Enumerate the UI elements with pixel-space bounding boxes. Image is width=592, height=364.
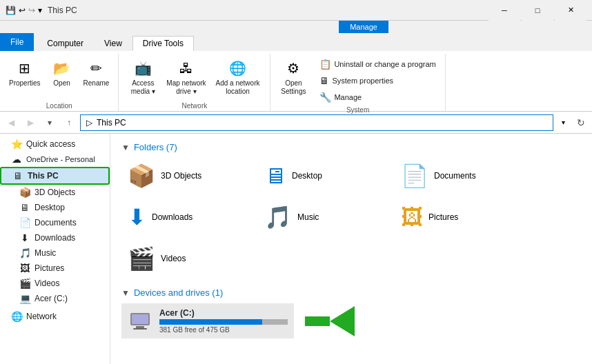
devices-collapse-icon[interactable]: ▼	[121, 288, 130, 298]
videos-icon: 🎬	[19, 278, 30, 289]
refresh-button[interactable]: ↻	[573, 114, 589, 131]
close-button[interactable]: ✕	[555, 0, 586, 21]
sidebar-item-3d-objects[interactable]: 📦 3D Objects	[0, 185, 110, 200]
sidebar-item-acer-c[interactable]: 💻 Acer (C:)	[0, 291, 110, 306]
sidebar-documents-label: Documents	[34, 218, 77, 228]
ribbon-network-items: 📺 Accessmedia ▾ 🖧 Map networkdrive ▾ 🌐 A…	[126, 54, 263, 102]
ribbon-system-items: ⚙ OpenSettings 📋 Uninstall or change a p…	[276, 54, 439, 106]
manage-icon: 🔧	[319, 92, 331, 103]
tab-view[interactable]: View	[94, 36, 132, 51]
drive-item-acer-c[interactable]: Acer (C:) 381 GB free of 475 GB	[121, 303, 294, 338]
add-network-location-button[interactable]: 🌐 Add a networklocation	[213, 55, 264, 98]
3d-objects-icon: 📦	[19, 187, 30, 198]
drive-bar	[159, 319, 262, 325]
tab-drive-tools[interactable]: Drive Tools	[132, 36, 194, 51]
sidebar-music-label: Music	[34, 248, 56, 258]
sidebar-onedrive-label: OneDrive - Personal	[26, 155, 95, 163]
sidebar-downloads-label: Downloads	[34, 233, 75, 243]
tab-file[interactable]: File	[0, 33, 34, 51]
forward-button[interactable]: ▶	[22, 114, 39, 131]
drive-bar-container	[159, 319, 288, 325]
recent-locations-button[interactable]: ▾	[41, 114, 58, 131]
uninstall-label: Uninstall or change a program	[334, 60, 435, 68]
folder-item-videos[interactable]: 🎬 Videos	[121, 241, 253, 276]
folders-collapse-icon[interactable]: ▼	[121, 143, 130, 152]
folder-downloads-name: Downloads	[152, 212, 193, 222]
sidebar-item-videos[interactable]: 🎬 Videos	[0, 276, 110, 291]
sidebar-this-pc-label: This PC	[28, 171, 59, 181]
sidebar-item-downloads[interactable]: ⬇ Downloads	[0, 230, 110, 245]
manage-tab-header: Manage	[339, 21, 388, 33]
folder-desktop-name: Desktop	[292, 171, 322, 181]
drive-size: 381 GB free of 475 GB	[159, 326, 288, 334]
sidebar-item-quick-access[interactable]: ⭐ Quick access	[0, 136, 110, 152]
map-network-drive-button[interactable]: 🖧 Map networkdrive ▾	[163, 55, 209, 98]
ribbon-tabs: File Computer View Drive Tools	[0, 33, 592, 51]
ribbon-location-items: ⊞ Properties 📂 Open ✏ Rename	[6, 54, 112, 102]
rename-label: Rename	[83, 79, 110, 88]
back-button[interactable]: ◀	[3, 114, 19, 131]
manage-button[interactable]: 🔧 Manage	[316, 90, 439, 105]
address-dropdown-button[interactable]: ▾	[556, 114, 570, 131]
redo-icon: ↪	[28, 6, 35, 15]
ribbon-group-network: 📺 Accessmedia ▾ 🖧 Map networkdrive ▾ 🌐 A…	[119, 54, 270, 111]
title-bar-quick-access: 💾 ↩ ↪ ▾	[6, 6, 42, 15]
big-arrow	[330, 306, 355, 336]
uninstall-button[interactable]: 📋 Uninstall or change a program	[316, 57, 439, 72]
ribbon-group-system: ⚙ OpenSettings 📋 Uninstall or change a p…	[270, 54, 445, 111]
folder-item-music[interactable]: 🎵 Music	[258, 199, 389, 235]
undo-icon: ↩	[19, 6, 26, 15]
svg-rect-2	[136, 326, 144, 328]
properties-icon: ⊞	[14, 57, 36, 79]
tab-computer[interactable]: Computer	[37, 36, 94, 51]
properties-button[interactable]: ⊞ Properties	[6, 55, 44, 90]
open-icon: 📂	[51, 57, 73, 79]
folder-item-desktop[interactable]: 🖥 Desktop	[258, 158, 389, 194]
sidebar-item-music[interactable]: 🎵 Music	[0, 245, 110, 261]
onedrive-icon: ☁	[11, 154, 22, 165]
access-media-button[interactable]: 📺 Accessmedia ▾	[126, 55, 160, 98]
sidebar-item-network[interactable]: 🌐 Network	[0, 309, 110, 324]
rename-button[interactable]: ✏ Rename	[80, 55, 113, 90]
open-button[interactable]: 📂 Open	[47, 55, 77, 90]
maximize-button[interactable]: □	[522, 0, 553, 21]
open-settings-button[interactable]: ⚙ OpenSettings	[276, 55, 310, 98]
folder-videos-icon: 🎬	[128, 245, 155, 272]
arrow-shaft	[305, 316, 330, 326]
sidebar-videos-label: Videos	[34, 279, 59, 288]
system-properties-button[interactable]: 🖥 System properties	[316, 73, 439, 88]
quick-save-icon: 💾	[6, 6, 16, 15]
sidebar-item-documents[interactable]: 📄 Documents	[0, 215, 110, 230]
path-text: This PC	[97, 118, 126, 128]
sidebar-item-desktop[interactable]: 🖥 Desktop	[0, 200, 110, 215]
main-area: ⭐ Quick access ☁ OneDrive - Personal 🖥 T…	[0, 134, 592, 364]
sidebar-item-onedrive[interactable]: ☁ OneDrive - Personal	[0, 152, 110, 167]
ribbon-group-location: ⊞ Properties 📂 Open ✏ Rename Location	[0, 54, 119, 111]
folders-grid: 📦 3D Objects 🖥 Desktop 📄 Documents ⬇ Dow…	[121, 158, 581, 276]
system-properties-label: System properties	[332, 77, 393, 85]
sidebar-quick-access-label: Quick access	[26, 139, 75, 149]
sidebar-item-this-pc[interactable]: 🖥 This PC	[0, 167, 110, 185]
location-group-label: Location	[46, 102, 72, 111]
folder-3d-objects-name: 3D Objects	[161, 171, 201, 181]
uninstall-icon: 📋	[319, 59, 331, 70]
folders-section-header: ▼ Folders (7)	[121, 142, 581, 152]
minimize-button[interactable]: ─	[489, 0, 520, 21]
folder-documents-name: Documents	[434, 171, 476, 181]
folder-item-pictures[interactable]: 🖼 Pictures	[395, 199, 526, 235]
rename-icon: ✏	[85, 57, 107, 79]
up-button[interactable]: ↑	[61, 114, 77, 131]
ribbon-panel: ⊞ Properties 📂 Open ✏ Rename Location 📺 …	[0, 51, 592, 112]
address-path[interactable]: ▷ This PC	[80, 114, 553, 131]
acer-drive-icon: 💻	[19, 293, 30, 304]
folder-videos-name: Videos	[161, 254, 186, 263]
folder-item-documents[interactable]: 📄 Documents	[395, 158, 526, 194]
open-settings-icon: ⚙	[282, 57, 304, 79]
path-separator-icon: ▷	[86, 118, 92, 128]
folder-item-3d-objects[interactable]: 📦 3D Objects	[121, 158, 253, 194]
music-icon: 🎵	[19, 247, 30, 259]
folder-item-downloads[interactable]: ⬇ Downloads	[121, 199, 253, 235]
sidebar-item-pictures[interactable]: 🖼 Pictures	[0, 261, 110, 276]
open-settings-label: OpenSettings	[281, 79, 306, 96]
sidebar-network-label: Network	[26, 312, 57, 321]
